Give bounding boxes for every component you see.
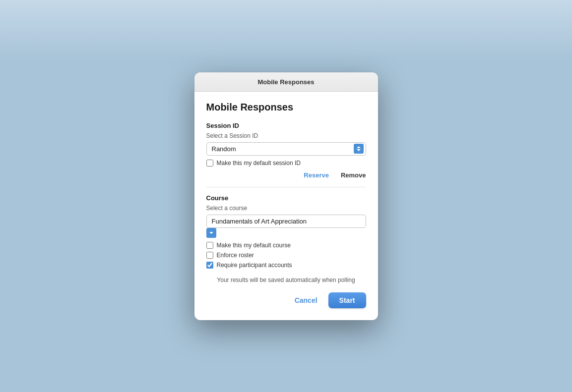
- enforce-roster-checkbox[interactable]: [206, 252, 213, 259]
- section-divider: [206, 187, 366, 187]
- session-default-checkbox-row: Make this my default session ID: [206, 160, 366, 167]
- course-section: Course Select a course Fundamentals of A…: [206, 194, 366, 308]
- default-course-label: Make this my default course: [217, 242, 291, 249]
- modal-titlebar: Mobile Responses: [194, 72, 378, 92]
- modal-titlebar-text: Mobile Responses: [257, 78, 314, 86]
- session-default-label: Make this my default session ID: [217, 160, 301, 167]
- remove-button[interactable]: Remove: [341, 170, 366, 180]
- enforce-roster-checkbox-row: Enforce roster: [206, 252, 366, 259]
- default-course-checkbox[interactable]: [206, 242, 213, 249]
- session-id-select[interactable]: Random: [206, 142, 366, 156]
- session-id-stepper-icon: [354, 144, 364, 154]
- info-text: Your results will be saved automatically…: [206, 277, 366, 283]
- default-course-checkbox-row: Make this my default course: [206, 242, 366, 249]
- footer-buttons: Cancel Start: [206, 292, 366, 308]
- modal-backdrop: Mobile Responses Mobile Responses Sessio…: [0, 0, 572, 392]
- session-id-section: Session ID Select a Session ID Random Ma…: [206, 122, 366, 180]
- require-accounts-checkbox[interactable]: [206, 262, 213, 269]
- modal-dialog: Mobile Responses Mobile Responses Sessio…: [194, 72, 378, 320]
- enforce-roster-label: Enforce roster: [217, 252, 254, 259]
- course-select[interactable]: Fundamentals of Art Appreciation: [206, 215, 366, 228]
- session-action-row: Reserve Remove: [206, 170, 366, 180]
- reserve-button[interactable]: Reserve: [304, 170, 329, 180]
- course-select-wrapper: Fundamentals of Art Appreciation: [206, 215, 366, 238]
- start-button[interactable]: Start: [328, 292, 366, 308]
- course-select-arrow-icon: [206, 228, 216, 238]
- course-title: Course: [206, 194, 366, 202]
- require-accounts-label: Require participant accounts: [217, 262, 292, 269]
- modal-body: Mobile Responses Session ID Select a Ses…: [194, 92, 378, 320]
- require-accounts-checkbox-row: Require participant accounts: [206, 262, 366, 269]
- session-id-select-wrapper: Random: [206, 142, 366, 156]
- course-select-label: Select a course: [206, 205, 366, 212]
- session-default-checkbox[interactable]: [206, 160, 213, 167]
- session-id-select-label: Select a Session ID: [206, 132, 366, 139]
- session-id-title: Session ID: [206, 122, 366, 129]
- cancel-button[interactable]: Cancel: [289, 292, 323, 308]
- modal-main-title: Mobile Responses: [206, 102, 366, 113]
